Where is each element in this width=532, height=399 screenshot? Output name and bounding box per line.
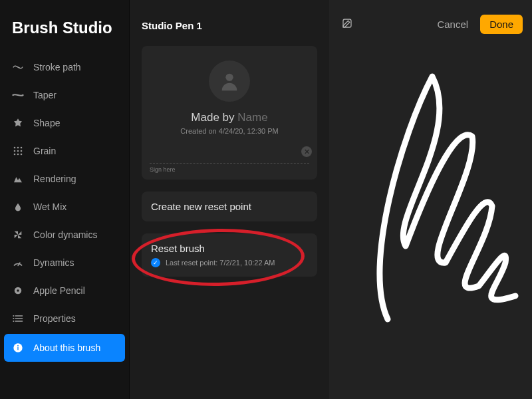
sidebar-item-label: Taper xyxy=(33,90,57,100)
svg-rect-18 xyxy=(343,19,351,27)
svg-point-7 xyxy=(17,154,19,156)
create-reset-label: Create new reset point xyxy=(151,201,308,212)
brush-detail-panel: Studio Pen 1 Made by Name Created on 4/2… xyxy=(130,0,329,399)
sidebar-item-properties[interactable]: Properties xyxy=(0,305,129,332)
sidebar-item-label: Shape xyxy=(33,118,60,128)
sidebar-item-stroke-path[interactable]: Stroke path xyxy=(0,53,129,81)
created-date: Created on 4/24/20, 12:30 PM xyxy=(150,127,309,135)
brush-stroke-preview xyxy=(329,0,532,399)
pinwheel-icon xyxy=(12,229,24,241)
preview-toolbar: Cancel Done xyxy=(329,15,523,34)
svg-point-3 xyxy=(14,150,16,152)
svg-point-10 xyxy=(17,289,19,292)
app-title: Brush Studio xyxy=(0,12,129,53)
sidebar-item-wet-mix[interactable]: Wet Mix xyxy=(0,193,129,221)
sidebar-item-label: Wet Mix xyxy=(33,201,66,212)
reset-brush-label: Reset brush xyxy=(151,243,308,254)
sidebar-item-taper[interactable]: Taper xyxy=(0,81,129,109)
svg-point-5 xyxy=(21,150,23,152)
sidebar-item-apple-pencil[interactable]: Apple Pencil xyxy=(0,277,129,305)
svg-point-4 xyxy=(17,150,19,152)
create-reset-point-button[interactable]: Create new reset point xyxy=(142,192,317,221)
info-icon xyxy=(12,342,24,354)
edit-icon[interactable] xyxy=(341,17,353,32)
svg-point-13 xyxy=(13,321,14,322)
grain-icon xyxy=(12,145,24,157)
sidebar-item-label: About this brush xyxy=(33,342,100,353)
sidebar-item-color-dynamics[interactable]: Color dynamics xyxy=(0,221,129,249)
sidebar: Brush Studio Stroke path Taper Shape Gra… xyxy=(0,0,130,399)
sidebar-item-dynamics[interactable]: Dynamics xyxy=(0,249,129,277)
sidebar-item-label: Properties xyxy=(33,313,76,324)
last-reset-text: Last reset point: 7/2/21, 10:22 AM xyxy=(166,259,275,267)
svg-point-2 xyxy=(21,147,23,149)
sidebar-item-label: Grain xyxy=(33,146,56,156)
brush-preview-panel: Cancel Done xyxy=(329,0,532,399)
brush-name-title: Studio Pen 1 xyxy=(130,15,329,42)
svg-point-12 xyxy=(13,318,14,319)
cancel-button[interactable]: Cancel xyxy=(429,15,476,34)
stroke-path-icon xyxy=(12,61,24,73)
reset-brush-button[interactable]: Reset brush ✓ Last reset point: 7/2/21, … xyxy=(142,233,317,277)
svg-point-1 xyxy=(17,147,19,149)
sidebar-item-shape[interactable]: Shape xyxy=(0,109,129,137)
made-by-prefix: Made by xyxy=(191,111,237,124)
pencil-icon xyxy=(12,285,24,297)
list-icon xyxy=(12,313,24,325)
sidebar-item-label: Color dynamics xyxy=(33,229,97,240)
sidebar-item-label: Dynamics xyxy=(33,257,74,268)
sidebar-item-about[interactable]: About this brush xyxy=(4,334,125,362)
sidebar-item-label: Apple Pencil xyxy=(33,285,85,296)
author-name: Name xyxy=(237,111,267,124)
sidebar-item-grain[interactable]: Grain xyxy=(0,137,129,165)
made-by-line: Made by Name xyxy=(150,111,309,124)
author-card: Made by Name Created on 4/24/20, 12:30 P… xyxy=(142,46,317,180)
sidebar-item-label: Rendering xyxy=(33,174,76,184)
done-button[interactable]: Done xyxy=(480,15,523,34)
svg-point-0 xyxy=(14,147,16,149)
signature-line[interactable]: Sign here xyxy=(150,163,309,173)
author-avatar xyxy=(209,61,250,102)
svg-rect-15 xyxy=(17,347,18,350)
droplet-icon xyxy=(12,201,24,213)
clear-signature-icon[interactable]: ✕ xyxy=(301,146,312,157)
sidebar-item-label: Stroke path xyxy=(33,62,81,72)
svg-point-17 xyxy=(225,74,233,81)
speed-icon xyxy=(12,257,24,269)
svg-point-16 xyxy=(17,345,19,346)
sidebar-item-rendering[interactable]: Rendering xyxy=(0,165,129,193)
svg-point-6 xyxy=(14,154,16,156)
svg-point-11 xyxy=(13,315,14,317)
rendering-icon xyxy=(12,173,24,185)
shape-icon xyxy=(12,117,24,129)
svg-point-8 xyxy=(21,154,23,156)
checkmark-icon: ✓ xyxy=(151,258,160,267)
sign-here-label: Sign here xyxy=(150,166,176,173)
taper-icon xyxy=(12,89,24,101)
